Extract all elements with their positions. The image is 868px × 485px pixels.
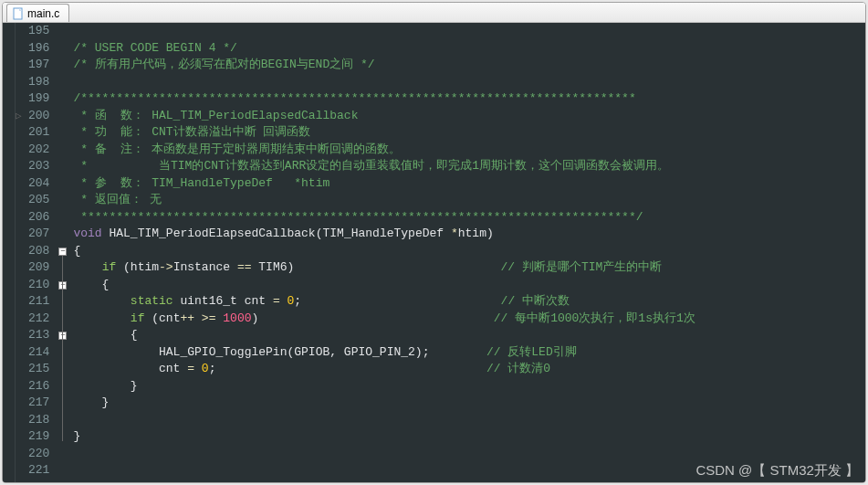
line-number: 208 [28, 243, 49, 260]
code-line: * 当TIM的CNT计数器达到ARR设定的自动重装载值时，即完成1周期计数，这个… [73, 158, 865, 175]
line-number: 201 [28, 124, 49, 142]
line-number: 209 [28, 259, 49, 277]
line-number: 213 [28, 327, 49, 344]
line-number: 200 [28, 108, 49, 125]
code-line [73, 462, 865, 480]
fold-toggle[interactable]: − [58, 248, 67, 256]
code-line: } [73, 378, 865, 395]
code-line [73, 74, 865, 91]
tab-filename: main.c [27, 7, 59, 20]
code-line: /* 所有用户代码，必须写在配对的BEGIN与END之间 */ [73, 57, 865, 74]
file-tab[interactable]: main.c [6, 4, 69, 22]
code-line: ****************************************… [73, 209, 865, 227]
line-number: 212 [28, 311, 49, 328]
code-line: * 备 注： 本函数是用于定时器周期结束中断回调的函数。 [73, 142, 865, 159]
line-number: 202 [28, 142, 49, 159]
left-margin [3, 23, 16, 482]
code-line: static uint16_t cnt = 0; // 中断次数 [73, 293, 865, 311]
code-line: cnt = 0; // 计数清0 [73, 361, 865, 378]
code-area[interactable]: /* USER CODE BEGIN 4 *//* 所有用户代码，必须写在配对的… [69, 23, 865, 482]
line-number: 198 [28, 74, 49, 91]
line-number: 206 [28, 209, 49, 227]
code-line [73, 412, 865, 429]
code-line: if (htim->Instance == TIM6) // 判断是哪个TIM产… [73, 259, 865, 277]
code-line: * 功 能： CNT计数器溢出中断 回调函数 [73, 124, 865, 142]
code-line: HAL_GPIO_TogglePin(GPIOB, GPIO_PIN_2); /… [73, 344, 865, 362]
line-number: 195 [28, 23, 49, 40]
code-line: } [73, 395, 865, 412]
code-line: /***************************************… [73, 90, 865, 108]
code-line: { [73, 277, 865, 294]
code-line [73, 23, 865, 40]
line-number: 218 [28, 412, 49, 429]
code-line: /* USER CODE BEGIN 4 */ [73, 40, 865, 58]
line-number: 197 [28, 57, 49, 74]
tab-bar: main.c [3, 3, 865, 23]
line-number: 204 [28, 175, 49, 193]
code-line [73, 446, 865, 463]
line-number: 220 [28, 446, 49, 463]
line-number: 219 [28, 428, 49, 446]
line-number: 215 [28, 361, 49, 378]
code-line: } [73, 428, 865, 446]
line-number: 205 [28, 192, 49, 209]
editor-area: ▷ 19519619719819920020120220320420520620… [3, 23, 865, 482]
line-number-gutter: ▷ 19519619719819920020120220320420520620… [16, 23, 57, 482]
line-number: 199 [28, 90, 49, 108]
code-line: * 参 数： TIM_HandleTypeDef *htim [73, 175, 865, 193]
code-line: { [73, 243, 865, 260]
line-number: 216 [28, 378, 49, 395]
line-number: 221 [28, 462, 49, 480]
line-number: 210 [28, 277, 49, 294]
code-line: { [73, 327, 865, 344]
cursor-indicator: ▷ [16, 108, 22, 125]
fold-guide [62, 256, 63, 442]
code-line: if (cnt++ >= 1000) // 每中断1000次执行，即1s执行1次 [73, 311, 865, 328]
line-number: 214 [28, 344, 49, 362]
fold-column[interactable]: −−− [57, 23, 69, 482]
line-number: 211 [28, 293, 49, 311]
line-number: 196 [28, 40, 49, 58]
editor-window: main.c ▷ 1951961971981992002012022032042… [2, 2, 866, 483]
c-file-icon [13, 7, 24, 20]
line-number: 217 [28, 395, 49, 412]
line-number: 203 [28, 158, 49, 175]
code-line: * 返回值： 无 [73, 192, 865, 209]
code-line: void HAL_TIM_PeriodElapsedCallback(TIM_H… [73, 226, 865, 243]
code-line: * 函 数： HAL_TIM_PeriodElapsedCallback [73, 108, 865, 125]
line-number: 207 [28, 226, 49, 243]
